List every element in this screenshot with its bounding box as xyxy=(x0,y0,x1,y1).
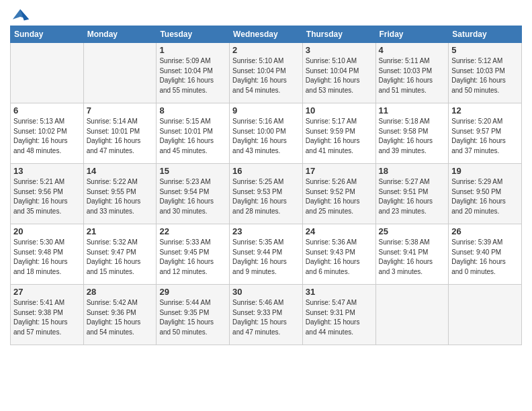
day-info: Sunrise: 5:30 AM Sunset: 9:48 PM Dayligh… xyxy=(13,238,81,277)
day-info: Sunrise: 5:13 AM Sunset: 10:02 PM Daylig… xyxy=(13,117,81,156)
day-info: Sunrise: 5:17 AM Sunset: 9:59 PM Dayligh… xyxy=(306,117,373,156)
day-number: 1 xyxy=(159,45,226,55)
day-number: 24 xyxy=(306,226,373,236)
day-number: 20 xyxy=(13,226,81,236)
day-info: Sunrise: 5:47 AM Sunset: 9:31 PM Dayligh… xyxy=(306,298,373,337)
day-info: Sunrise: 5:39 AM Sunset: 9:40 PM Dayligh… xyxy=(451,238,519,277)
calendar-cell: 19Sunrise: 5:29 AM Sunset: 9:50 PM Dayli… xyxy=(449,164,522,224)
day-number: 5 xyxy=(451,45,519,55)
day-number: 14 xyxy=(87,166,154,176)
weekday-header-row: SundayMondayTuesdayWednesdayThursdayFrid… xyxy=(11,26,522,43)
day-number: 21 xyxy=(87,226,154,236)
calendar-week-row: 20Sunrise: 5:30 AM Sunset: 9:48 PM Dayli… xyxy=(11,224,522,285)
day-number: 8 xyxy=(159,105,226,116)
day-number: 29 xyxy=(159,287,226,297)
day-info: Sunrise: 5:10 AM Sunset: 10:04 PM Daylig… xyxy=(232,56,300,95)
day-info: Sunrise: 5:20 AM Sunset: 9:57 PM Dayligh… xyxy=(451,117,519,156)
day-number: 2 xyxy=(232,45,300,55)
day-number: 27 xyxy=(13,287,81,297)
day-number: 11 xyxy=(379,105,446,116)
calendar-cell: 5Sunrise: 5:12 AM Sunset: 10:03 PM Dayli… xyxy=(449,43,522,103)
day-info: Sunrise: 5:14 AM Sunset: 10:01 PM Daylig… xyxy=(87,117,154,156)
day-info: Sunrise: 5:12 AM Sunset: 10:03 PM Daylig… xyxy=(451,56,519,95)
weekday-header-cell: Friday xyxy=(375,26,449,43)
day-info: Sunrise: 5:22 AM Sunset: 9:55 PM Dayligh… xyxy=(87,177,154,216)
calendar-week-row: 27Sunrise: 5:41 AM Sunset: 9:38 PM Dayli… xyxy=(11,285,522,345)
calendar-cell: 18Sunrise: 5:27 AM Sunset: 9:51 PM Dayli… xyxy=(375,164,449,224)
day-info: Sunrise: 5:27 AM Sunset: 9:51 PM Dayligh… xyxy=(379,177,446,216)
page-header xyxy=(10,7,522,23)
calendar-cell: 16Sunrise: 5:25 AM Sunset: 9:53 PM Dayli… xyxy=(230,164,303,224)
weekday-header-cell: Wednesday xyxy=(230,26,303,43)
calendar-cell: 12Sunrise: 5:20 AM Sunset: 9:57 PM Dayli… xyxy=(449,103,522,164)
calendar-cell: 13Sunrise: 5:21 AM Sunset: 9:56 PM Dayli… xyxy=(11,164,84,224)
calendar-cell: 3Sunrise: 5:10 AM Sunset: 10:04 PM Dayli… xyxy=(302,43,375,103)
day-info: Sunrise: 5:26 AM Sunset: 9:52 PM Dayligh… xyxy=(306,177,373,216)
calendar-cell: 17Sunrise: 5:26 AM Sunset: 9:52 PM Dayli… xyxy=(302,164,375,224)
day-info: Sunrise: 5:23 AM Sunset: 9:54 PM Dayligh… xyxy=(159,177,226,216)
day-number: 30 xyxy=(232,287,300,297)
calendar-cell: 21Sunrise: 5:32 AM Sunset: 9:47 PM Dayli… xyxy=(83,224,157,285)
day-info: Sunrise: 5:25 AM Sunset: 9:53 PM Dayligh… xyxy=(232,177,300,216)
weekday-header-cell: Monday xyxy=(83,26,157,43)
calendar-cell: 11Sunrise: 5:18 AM Sunset: 9:58 PM Dayli… xyxy=(375,103,449,164)
day-number: 9 xyxy=(232,105,300,116)
calendar-cell: 1Sunrise: 5:09 AM Sunset: 10:04 PM Dayli… xyxy=(157,43,230,103)
day-number: 4 xyxy=(379,45,446,55)
calendar-cell: 7Sunrise: 5:14 AM Sunset: 10:01 PM Dayli… xyxy=(83,103,157,164)
day-info: Sunrise: 5:16 AM Sunset: 10:00 PM Daylig… xyxy=(232,117,300,156)
weekday-header-cell: Thursday xyxy=(302,26,375,43)
calendar-cell: 29Sunrise: 5:44 AM Sunset: 9:35 PM Dayli… xyxy=(157,285,230,345)
weekday-header-cell: Tuesday xyxy=(157,26,230,43)
day-number: 19 xyxy=(451,166,519,176)
calendar-cell: 4Sunrise: 5:11 AM Sunset: 10:03 PM Dayli… xyxy=(375,43,449,103)
calendar-cell: 20Sunrise: 5:30 AM Sunset: 9:48 PM Dayli… xyxy=(11,224,84,285)
day-number: 17 xyxy=(306,166,373,176)
day-info: Sunrise: 5:44 AM Sunset: 9:35 PM Dayligh… xyxy=(159,298,226,337)
day-number: 15 xyxy=(159,166,226,176)
day-number: 10 xyxy=(306,105,373,116)
weekday-header-cell: Sunday xyxy=(11,26,84,43)
day-info: Sunrise: 5:10 AM Sunset: 10:04 PM Daylig… xyxy=(306,56,373,95)
calendar-cell xyxy=(83,43,157,103)
day-info: Sunrise: 5:42 AM Sunset: 9:36 PM Dayligh… xyxy=(87,298,154,337)
day-number: 7 xyxy=(87,105,154,116)
day-info: Sunrise: 5:46 AM Sunset: 9:33 PM Dayligh… xyxy=(232,298,300,337)
day-info: Sunrise: 5:15 AM Sunset: 10:01 PM Daylig… xyxy=(159,117,226,156)
calendar-cell: 25Sunrise: 5:38 AM Sunset: 9:41 PM Dayli… xyxy=(375,224,449,285)
day-number: 12 xyxy=(451,105,519,116)
day-info: Sunrise: 5:32 AM Sunset: 9:47 PM Dayligh… xyxy=(87,238,154,277)
day-info: Sunrise: 5:29 AM Sunset: 9:50 PM Dayligh… xyxy=(451,177,519,216)
day-number: 26 xyxy=(451,226,519,236)
day-number: 3 xyxy=(306,45,373,55)
calendar-week-row: 1Sunrise: 5:09 AM Sunset: 10:04 PM Dayli… xyxy=(11,43,522,103)
calendar-cell: 8Sunrise: 5:15 AM Sunset: 10:01 PM Dayli… xyxy=(157,103,230,164)
calendar-week-row: 13Sunrise: 5:21 AM Sunset: 9:56 PM Dayli… xyxy=(11,164,522,224)
calendar-cell: 23Sunrise: 5:35 AM Sunset: 9:44 PM Dayli… xyxy=(230,224,303,285)
day-info: Sunrise: 5:35 AM Sunset: 9:44 PM Dayligh… xyxy=(232,238,300,277)
calendar-cell: 26Sunrise: 5:39 AM Sunset: 9:40 PM Dayli… xyxy=(449,224,522,285)
calendar-cell: 15Sunrise: 5:23 AM Sunset: 9:54 PM Dayli… xyxy=(157,164,230,224)
calendar-table: SundayMondayTuesdayWednesdayThursdayFrid… xyxy=(10,26,522,345)
day-number: 16 xyxy=(232,166,300,176)
calendar-cell: 24Sunrise: 5:36 AM Sunset: 9:43 PM Dayli… xyxy=(302,224,375,285)
calendar-cell xyxy=(11,43,84,103)
day-number: 23 xyxy=(232,226,300,236)
day-info: Sunrise: 5:21 AM Sunset: 9:56 PM Dayligh… xyxy=(13,177,81,216)
calendar-cell: 14Sunrise: 5:22 AM Sunset: 9:55 PM Dayli… xyxy=(83,164,157,224)
calendar-week-row: 6Sunrise: 5:13 AM Sunset: 10:02 PM Dayli… xyxy=(11,103,522,164)
day-info: Sunrise: 5:18 AM Sunset: 9:58 PM Dayligh… xyxy=(379,117,446,156)
weekday-header-cell: Saturday xyxy=(449,26,522,43)
calendar-cell: 2Sunrise: 5:10 AM Sunset: 10:04 PM Dayli… xyxy=(230,43,303,103)
logo-icon xyxy=(11,7,30,26)
calendar-cell: 6Sunrise: 5:13 AM Sunset: 10:02 PM Dayli… xyxy=(11,103,84,164)
day-number: 25 xyxy=(379,226,446,236)
calendar-cell xyxy=(375,285,449,345)
day-number: 31 xyxy=(306,287,373,297)
day-info: Sunrise: 5:09 AM Sunset: 10:04 PM Daylig… xyxy=(159,56,226,95)
day-number: 18 xyxy=(379,166,446,176)
calendar-cell xyxy=(449,285,522,345)
day-number: 28 xyxy=(87,287,154,297)
day-info: Sunrise: 5:38 AM Sunset: 9:41 PM Dayligh… xyxy=(379,238,446,277)
calendar-cell: 31Sunrise: 5:47 AM Sunset: 9:31 PM Dayli… xyxy=(302,285,375,345)
